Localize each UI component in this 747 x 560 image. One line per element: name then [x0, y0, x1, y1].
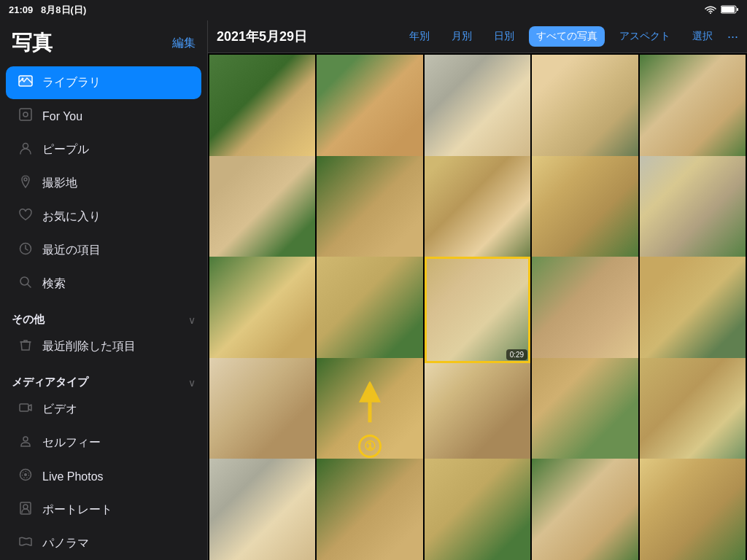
search-icon: [18, 275, 34, 293]
sidebar-item-search[interactable]: 検索: [6, 268, 201, 300]
date: 8月8日(日): [41, 4, 86, 15]
sidebar-item-library[interactable]: ライブラリ: [6, 66, 201, 99]
sidebar-item-livephotos[interactable]: Live Photos: [6, 460, 201, 493]
table-row[interactable]: [640, 55, 746, 160]
table-row[interactable]: [317, 459, 422, 560]
sidebar-item-label-livephotos: Live Photos: [42, 470, 104, 483]
photo-image: [425, 156, 530, 262]
svg-line-21: [355, 392, 385, 422]
battery-icon: [721, 5, 738, 16]
photo-image: [640, 459, 746, 560]
table-row[interactable]: [640, 156, 746, 262]
table-row[interactable]: [532, 459, 638, 560]
sidebar-item-foryou[interactable]: For You: [6, 100, 201, 133]
sidebar-item-label-deleted: 最近削除した項目: [42, 339, 136, 354]
sidebar-item-label-portrait: ポートレート: [42, 502, 112, 518]
svg-rect-13: [20, 404, 28, 411]
svg-rect-3: [721, 7, 735, 12]
table-row[interactable]: [640, 459, 746, 560]
sidebar-item-label-selfie: セルフィー: [42, 435, 101, 451]
sidebar-header: 写真 編集: [0, 20, 207, 63]
table-row[interactable]: [425, 156, 530, 262]
table-row[interactable]: [317, 156, 422, 262]
status-icons: [705, 5, 738, 16]
table-row[interactable]: [640, 358, 746, 464]
edit-button[interactable]: 編集: [172, 36, 196, 51]
sidebar: 写真 編集 ライブラリ: [0, 20, 208, 560]
table-row[interactable]: [209, 55, 315, 160]
sidebar-item-label-places: 撮影地: [42, 176, 77, 191]
photo-image: [209, 358, 315, 464]
photo-image: [532, 156, 638, 262]
sidebar-item-label-people: ピープル: [42, 142, 89, 158]
day-button[interactable]: 日別: [487, 26, 522, 47]
table-row[interactable]: [532, 358, 638, 464]
svg-point-16: [24, 473, 27, 476]
mediatype-chevron-icon[interactable]: ∨: [188, 377, 196, 389]
svg-point-19: [23, 505, 28, 509]
svg-point-0: [710, 12, 711, 14]
table-row[interactable]: [532, 156, 638, 262]
content-area: 2021年5月29日 年別 月別 日別 すべての写真 アスペクト 選択 ···: [208, 20, 747, 560]
toolbar: 2021年5月29日 年別 月別 日別 すべての写真 アスペクト 選択 ···: [208, 20, 747, 53]
photo-image: [317, 55, 422, 160]
other-chevron-icon[interactable]: ∨: [188, 314, 196, 326]
photo-image: [532, 358, 638, 464]
sidebar-item-panorama[interactable]: パノラマ: [6, 527, 201, 560]
select-button[interactable]: 選択: [685, 26, 720, 47]
sidebar-item-video[interactable]: ビデオ: [6, 393, 201, 426]
wifi-icon: [705, 5, 716, 16]
table-row[interactable]: [317, 257, 422, 362]
photo-image: [317, 257, 422, 362]
sidebar-main-section: ライブラリ For You ピープル: [0, 63, 207, 304]
sidebar-item-selfie[interactable]: セルフィー: [6, 427, 201, 459]
sidebar-item-label-foryou: For You: [42, 110, 82, 123]
svg-point-8: [23, 112, 28, 117]
all-photos-button[interactable]: すべての写真: [529, 26, 605, 47]
recent-icon: [18, 241, 34, 260]
sidebar-other-section: その他 ∨ 最近削除した項目: [0, 304, 207, 367]
photo-image: [640, 156, 746, 262]
svg-rect-2: [737, 8, 738, 11]
table-row[interactable]: [532, 257, 638, 362]
photo-image: [209, 257, 315, 362]
places-icon: [18, 174, 34, 192]
table-row[interactable]: [209, 156, 315, 262]
table-row[interactable]: [209, 459, 315, 560]
svg-point-6: [22, 78, 24, 80]
table-row[interactable]: [425, 358, 530, 464]
table-row[interactable]: 0:29: [425, 257, 530, 362]
month-button[interactable]: 月別: [444, 26, 479, 47]
sidebar-item-places[interactable]: 撮影地: [6, 167, 201, 200]
sidebar-mediatype-section: メディアタイプ ∨ ビデオ セル: [0, 367, 207, 560]
foryou-icon: [18, 107, 34, 125]
sidebar-item-people[interactable]: ピープル: [6, 133, 201, 166]
table-row[interactable]: [209, 358, 315, 464]
livephotos-icon: [18, 467, 34, 486]
people-icon: [18, 141, 34, 159]
time: 21:09: [9, 4, 33, 15]
sidebar-item-label-panorama: パノラマ: [42, 536, 89, 551]
sidebar-item-label-video: ビデオ: [42, 402, 77, 417]
aspect-button[interactable]: アスペクト: [612, 26, 678, 47]
photo-image: [425, 358, 530, 464]
photo-image: [425, 55, 530, 160]
table-row[interactable]: [532, 55, 638, 160]
panorama-icon: [18, 534, 34, 553]
table-row[interactable]: [640, 257, 746, 362]
sidebar-item-deleted[interactable]: 最近削除した項目: [6, 330, 201, 363]
table-row[interactable]: [425, 55, 530, 160]
table-row[interactable]: ①: [317, 358, 422, 464]
sidebar-item-recent[interactable]: 最近の項目: [6, 234, 201, 267]
status-time: 21:09 8月8日(日): [9, 4, 86, 17]
table-row[interactable]: [317, 55, 422, 160]
table-row[interactable]: [425, 459, 530, 560]
sidebar-item-favorites[interactable]: お気に入り: [6, 201, 201, 233]
selfie-icon: [18, 434, 34, 452]
year-button[interactable]: 年別: [402, 26, 437, 47]
table-row[interactable]: [209, 257, 315, 362]
more-button[interactable]: ···: [727, 29, 738, 44]
step-circle-overlay: ①: [358, 435, 382, 458]
sidebar-item-label-favorites: お気に入り: [42, 209, 101, 225]
sidebar-item-portrait[interactable]: ポートレート: [6, 494, 201, 526]
